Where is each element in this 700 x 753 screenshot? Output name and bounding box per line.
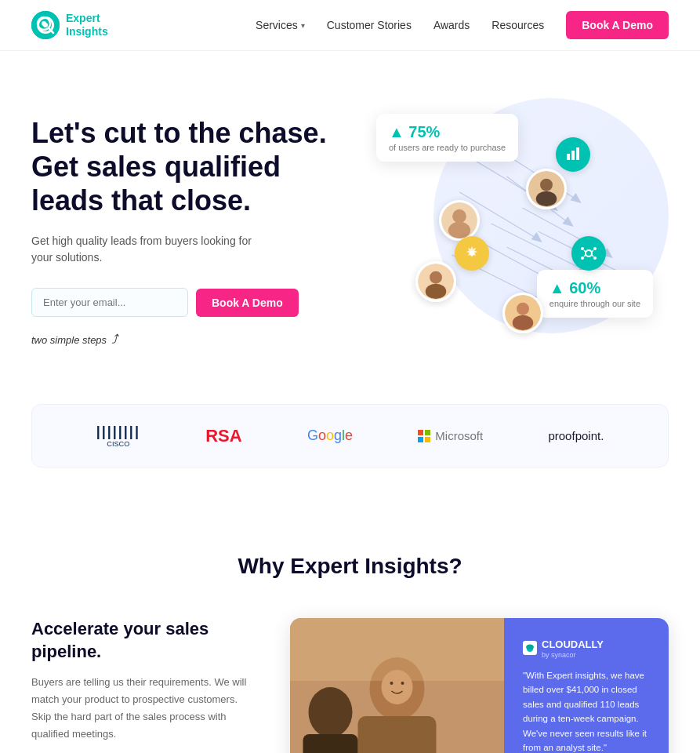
navigation: Expert Insights Services ▾ Customer Stor… (0, 0, 700, 51)
svg-point-37 (593, 247, 597, 250)
hero-section: Let's cut to the chase. Get sales qualif… (0, 51, 700, 396)
hero-book-demo-button[interactable]: Book A Demo (196, 289, 299, 317)
svg-point-54 (401, 682, 404, 685)
nav-services[interactable]: Services ▾ (256, 19, 305, 31)
svg-line-41 (592, 250, 593, 252)
avatar-person-3 (415, 261, 456, 302)
svg-point-30 (517, 303, 529, 315)
hero-left: Let's cut to the chase. Get sales qualif… (31, 116, 329, 347)
svg-point-2 (42, 21, 46, 26)
logo[interactable]: Expert Insights (31, 11, 108, 39)
cisco-logo: |||||||| CISCO (96, 424, 140, 448)
hero-title: Let's cut to the chase. Get sales qualif… (31, 116, 329, 218)
svg-point-48 (309, 687, 353, 737)
why-content: Accelerate your sales pipeline. Buyers a… (31, 618, 669, 753)
svg-rect-32 (567, 154, 570, 160)
hero-subtitle: Get high quality leads from buyers looki… (31, 233, 267, 266)
svg-point-56 (526, 645, 534, 650)
nav-links: Services ▾ Customer Stories Awards Resou… (256, 11, 669, 39)
case-photo: ▲ $41,000 in closed sales (290, 618, 504, 753)
cloudally-logo: CLOUDALLY by synacor (523, 637, 650, 659)
svg-point-24 (452, 209, 466, 224)
svg-line-42 (584, 255, 586, 256)
logo-icon (31, 11, 60, 39)
cloudally-icon (523, 641, 537, 655)
why-card-body: Buyers are telling us their requirements… (31, 674, 251, 743)
logo-text: Expert Insights (66, 12, 108, 38)
hero-form: Book A Demo (31, 288, 329, 317)
svg-point-36 (581, 247, 584, 250)
svg-point-29 (426, 284, 447, 299)
cloudally-name: CLOUDALLY by synacor (542, 637, 604, 659)
hero-steps: two simple steps ⤴ (31, 333, 329, 347)
svg-point-26 (540, 179, 553, 191)
analytics-icon-bubble (556, 137, 590, 172)
case-quote: "With Expert insights, we have billed ov… (523, 668, 650, 753)
svg-point-28 (430, 271, 442, 284)
svg-rect-49 (303, 734, 358, 753)
arrow-icon: ⤴ (111, 333, 118, 347)
svg-point-31 (513, 315, 534, 330)
svg-line-40 (584, 250, 586, 252)
svg-point-27 (536, 191, 557, 206)
rsa-logo: RSA (205, 426, 241, 446)
avatar-person-4 (502, 293, 543, 333)
stat-60-percent: ▲ 60% (549, 279, 640, 297)
why-title: Why Expert Insights? (31, 554, 669, 579)
chevron-down-icon: ▾ (301, 21, 305, 30)
svg-rect-33 (571, 151, 575, 160)
stat-card-enquire: ▲ 60% enquire through our site (537, 270, 653, 318)
why-card-title: Accelerate your sales pipeline. (31, 618, 251, 663)
google-logo: Google (307, 427, 353, 444)
hero-illustration: ▲ 75% of users are ready to purchase ▲ 6… (329, 98, 669, 365)
svg-line-43 (592, 255, 593, 256)
nav-resources[interactable]: Resources (491, 19, 544, 31)
svg-point-35 (586, 250, 592, 256)
svg-point-1 (38, 17, 50, 30)
nav-book-demo-button[interactable]: Book A Demo (566, 11, 669, 39)
ms-grid-icon (418, 430, 430, 442)
logos-strip: |||||||| CISCO RSA Google Microsoft proo… (31, 404, 669, 467)
stat-75-percent: ▲ 75% (389, 123, 506, 141)
why-section: Why Expert Insights? Accelerate your sal… (0, 507, 700, 753)
nav-awards[interactable]: Awards (433, 19, 470, 31)
svg-point-52 (382, 670, 413, 704)
svg-rect-34 (576, 147, 579, 160)
proofpoint-logo: proofpoint. (548, 429, 604, 442)
svg-point-0 (31, 11, 60, 39)
svg-point-53 (390, 682, 394, 685)
microsoft-logo: Microsoft (418, 429, 483, 442)
svg-rect-47 (358, 716, 437, 753)
svg-point-38 (581, 256, 584, 260)
avatar-person-1 (439, 200, 480, 241)
nav-customer-stories[interactable]: Customer Stories (327, 19, 412, 31)
why-left-panel: Accelerate your sales pipeline. Buyers a… (31, 618, 251, 753)
case-info-panel: CLOUDALLY by synacor "With Expert insigh… (504, 618, 669, 753)
case-study-card: ▲ $41,000 in closed sales CLOUDALLY (290, 618, 669, 753)
svg-point-39 (593, 256, 597, 260)
gear-icon-bubble (455, 236, 489, 271)
avatar-person-2 (526, 169, 567, 209)
stat-card-users-ready: ▲ 75% of users are ready to purchase (376, 114, 518, 162)
network-icon-bubble (571, 236, 606, 271)
email-input[interactable] (31, 288, 188, 317)
